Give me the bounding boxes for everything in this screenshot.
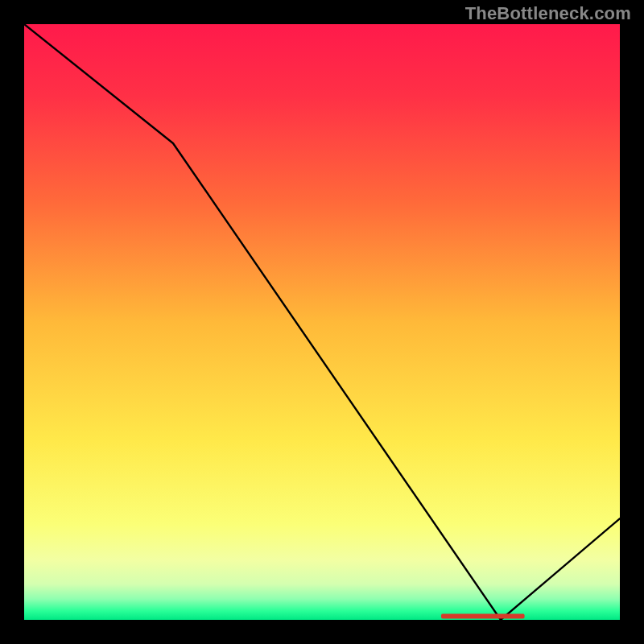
optimal-range-marker: [441, 614, 525, 619]
chart-svg: [24, 24, 620, 620]
gradient-background: [24, 24, 620, 620]
chart-frame: TheBottleneck.com: [0, 0, 644, 644]
watermark-text: TheBottleneck.com: [465, 3, 631, 24]
plot-area: [24, 24, 620, 620]
